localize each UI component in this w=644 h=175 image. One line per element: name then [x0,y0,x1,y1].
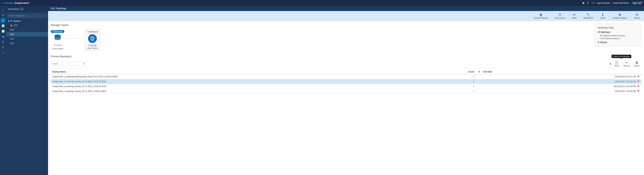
sap-header: SAP HANA ▾ [6,6,48,12]
top-nav-right: 🔔 ✉ ❓▾ sapcc\scadmin SnapCenterAdmin Sig… [582,1,642,5]
backup-table-header: Backup Name Count ⇅ End Date [51,70,641,74]
app-logo: ► NetApp SnapCenter® [2,2,29,4]
calendar-icon-2[interactable]: 📅 [637,80,640,83]
backup-name-cell-3: SnapCenter_LocalSnap_Hourly_05-12-2022_2… [51,84,426,89]
table-header-row: Backup Name Count ⇅ End Date [51,70,641,74]
count-cell-4: 1 [426,89,476,94]
db-name-ss2-1: SS2 [10,38,14,40]
calendar-icon-3[interactable]: 📅 [637,85,640,88]
remove-protection-button[interactable]: 🗑 Remove Protection [532,12,550,20]
details-icon: ℹ [602,13,604,17]
details-button[interactable]: ℹ Details [598,12,607,20]
table-row[interactable]: SnapCenter_LocalSnap_Hourly_05-13-2022_0… [51,79,641,84]
help-icon[interactable]: ❓▾ [591,2,594,4]
delete-icon: 🗑 [636,61,638,64]
topology-area: Summary Card 28 Backups 26 Snapshot base… [48,21,644,175]
main-layout: › ⊞ ⊡ 📊 📈 👥 🖥 ⚙ ⚠ SAP HANA ▾ ☰ ⚑ System … [0,6,644,175]
sap-dropdown-button[interactable]: ▾ [20,7,24,11]
sidebar-expand-icon[interactable]: › [1,7,6,12]
main-content: SS1 Topology ✕ 🗑 Remove Protection ⏱ Bac… [48,6,644,175]
backup-toolbar-left: ⊽ [51,62,86,66]
restore-icon: ↩ [625,61,628,64]
local-db-icon-wrap [54,33,62,43]
table-row[interactable]: SnapCenter_LocalSnap_Hourly_05-12-2022_2… [51,84,641,89]
sap-panel: SAP HANA ▾ ☰ ⚑ System 🔒 QS1 SM1 SS1 SS2 [6,6,48,175]
summary-clones: 0 Clones [598,41,638,44]
refresh-label: Refresh [634,17,640,19]
count-header: Count [426,70,476,74]
page-title: SS1 Topology [51,7,66,10]
app-name: SnapCenter® [14,2,30,4]
analytics-icon[interactable]: 📈 [1,29,6,33]
table-sort-icon[interactable]: ⇅ [478,71,480,73]
system-label: System [14,20,21,22]
modify-button[interactable]: ✏ Modify [570,12,579,20]
vault-shield-icon: ✓ [88,34,97,43]
dashboard-icon[interactable]: ⊡ [1,18,6,23]
calendar-icon-1[interactable]: 📅 [637,75,640,78]
delete-button[interactable]: 🗑 Delete [632,60,641,67]
maintenance-button[interactable]: 🔧 Maintenance [582,12,595,20]
back-up-now-button[interactable]: ⏱ Back up Now [553,12,567,20]
remove-protection-label: Remove Protection [534,17,548,19]
primary-backups-section: Primary Backup(s) ⊽ Clone From Backup ⇅ [51,55,641,94]
end-date-header[interactable]: End Date [482,70,641,74]
search-databases-input[interactable] [8,13,47,18]
db-name-sm1: SM1 [10,28,14,31]
vault-icon-container: ✓ [87,34,98,43]
restore-button[interactable]: ↩ Restore [622,60,632,67]
table-row[interactable]: SnapCenter_LocalSnapAndSnapVault_Daily_0… [51,74,641,79]
backup-name-cell-1: SnapCenter_LocalSnapAndSnapVault_Daily_0… [51,74,426,79]
db-item-ss2-1[interactable]: SS2 [6,37,48,41]
summary-clones-count: 0 [598,41,599,44]
summary-backups-count: 28 [598,31,600,33]
backup-toolbar: ⊽ Clone From Backup ⇅ 📋 Clone ↩ [51,59,641,68]
svg-point-4 [54,38,61,40]
host-icon[interactable]: 🖥 [1,40,6,44]
refresh-button[interactable]: ↻ Refresh [632,12,642,20]
clone-label: Clone [614,65,619,67]
alert-icon[interactable]: ⚠ [1,50,6,55]
db-item-ss2-2[interactable]: SS2 [6,41,48,46]
chart-icon[interactable]: 📊 [1,23,6,28]
backup-name-cell-2: SnapCenter_LocalSnap_Hourly_05-13-2022_0… [51,79,426,84]
list-icon: ☰ [8,20,10,22]
clone-icon: 📋 [615,61,618,64]
users-icon[interactable]: 👥 [1,34,6,39]
filter-icon[interactable]: ⊽ [83,62,85,65]
delete-label: Delete [634,65,640,67]
vault-clones: 0 Clones [87,44,98,47]
summary-filebased-label: 2 File-Based backups ✓ [600,37,638,40]
backup-search-input[interactable] [52,63,82,65]
configure-database-button[interactable]: ⚙ Configure Database [610,12,629,20]
grid-icon[interactable]: ⊞ [1,13,6,17]
backup-name-header: Backup Name [51,70,426,74]
table-row[interactable]: SnapCenter_LocalSnap_Hourly_05-12-2022_1… [51,89,641,94]
settings-icon[interactable]: ⚙ [1,45,6,50]
backup-toolbar-right: Clone From Backup ⇅ 📋 Clone ↩ Restore � [610,60,641,67]
top-navigation: ► NetApp SnapCenter® 🔔 ✉ ❓▾ sapcc\scadmi… [0,0,644,6]
bell-icon[interactable]: 🔔 [582,2,585,4]
calendar-icon-4[interactable]: 📅 [637,90,640,92]
clone-button[interactable]: 📋 Clone [612,60,621,67]
netapp-brand: ► NetApp [2,2,14,4]
db-item-sm1[interactable]: SM1 [6,27,48,32]
toolbar-separator-2 [568,12,568,19]
end-date-val-4: 05/12/2022 7:01:00 PM [615,90,636,92]
maintenance-icon: 🔧 [586,13,590,17]
sort-icon[interactable]: ⇅ [610,62,612,65]
local-db-icon [54,33,62,43]
count-cell-2: 1 [426,79,476,84]
backup-now-icon: ⏱ [558,13,562,17]
summary-backups: 28 Backups [598,31,638,33]
summary-card-title: Summary Card [598,26,638,29]
summary-backups-label: Backups [601,31,610,33]
toolbar-separator-1 [552,12,552,19]
mail-icon[interactable]: ✉ [587,2,589,4]
db-item-qs1[interactable]: 🔒 QS1 [6,23,48,27]
end-date-cell-2: 05/13/2022 3:01:00 AM 📅 [482,79,641,84]
backup-table-body: SnapCenter_LocalSnapAndSnapVault_Daily_0… [51,74,641,94]
refresh-icon: ↻ [636,13,638,17]
count-cell-3: 1 [426,84,476,89]
db-item-ss1[interactable]: SS1 [6,32,48,37]
